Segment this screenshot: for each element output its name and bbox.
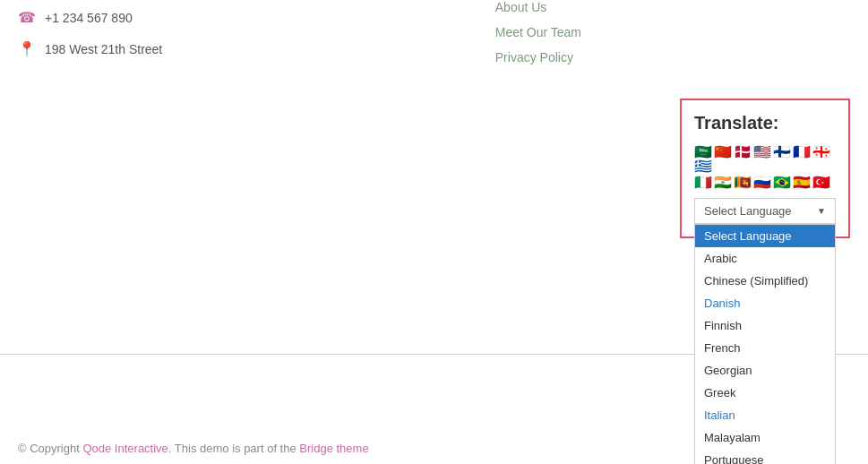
- dropdown-item-georgian[interactable]: Georgian: [695, 359, 835, 382]
- dropdown-item-italian[interactable]: Italian: [695, 404, 835, 426]
- flags-row-2: 🇮🇹 🇮🇳 🇱🇰 🇷🇺 🇧🇷 🇪🇸 🇹🇷: [694, 176, 836, 189]
- address-text: 198 West 21th Street: [45, 42, 162, 56]
- dropdown-item-select-language[interactable]: Select Language: [695, 225, 835, 247]
- dropdown-item-chinese[interactable]: Chinese (Simplified): [695, 270, 835, 292]
- flag-danish[interactable]: 🇩🇰: [734, 146, 752, 159]
- dropdown-item-portuguese[interactable]: Portuguese: [695, 449, 835, 464]
- flag-english[interactable]: 🇺🇸: [753, 146, 771, 159]
- phone-icon: ☎: [18, 9, 36, 26]
- right-nav: About Us Meet Our Team Privacy Policy: [495, 0, 581, 64]
- dropdown-item-french[interactable]: French: [695, 337, 835, 359]
- translate-widget: Translate: 🇸🇦 🇨🇳 🇩🇰 🇺🇸 🇫🇮 🇫🇷 🇬🇪 🇬🇷 🇮🇹 🇮🇳…: [680, 99, 850, 238]
- flag-georgian[interactable]: 🇬🇪: [812, 146, 830, 159]
- nav-privacy-policy[interactable]: Privacy Policy: [495, 50, 581, 64]
- flag-greek[interactable]: 🇬🇷: [694, 160, 712, 173]
- bridge-link[interactable]: Bridge theme: [299, 442, 368, 455]
- translate-title: Translate:: [694, 113, 836, 133]
- dropdown-item-danish[interactable]: Danish: [695, 292, 835, 314]
- left-column: ☎ +1 234 567 890 📍 198 West 21th Street: [0, 0, 430, 81]
- language-dropdown-list[interactable]: Select Language Arabic Chinese (Simplifi…: [694, 224, 836, 464]
- select-language-button[interactable]: Select Language ▼: [694, 198, 836, 224]
- flag-finnish[interactable]: 🇫🇮: [773, 146, 791, 159]
- flag-portuguese[interactable]: 🇧🇷: [773, 176, 791, 189]
- address-contact: 📍 198 West 21th Street: [18, 40, 412, 57]
- dropdown-item-greek[interactable]: Greek: [695, 382, 835, 404]
- flag-russian[interactable]: 🇷🇺: [753, 176, 771, 189]
- flag-spanish[interactable]: 🇪🇸: [793, 176, 811, 189]
- dropdown-item-finnish[interactable]: Finnish: [695, 314, 835, 337]
- page-wrapper: ☎ +1 234 567 890 📍 198 West 21th Street …: [0, 0, 868, 464]
- flag-turkish[interactable]: 🇹🇷: [812, 176, 830, 189]
- footer-copyright: © Copyright Qode Interactive. This demo …: [18, 442, 369, 455]
- middle-text: . This demo is part of the: [168, 442, 299, 455]
- select-language-wrapper: Select Language ▼ Select Language Arabic…: [694, 198, 836, 224]
- location-icon: 📍: [18, 40, 36, 57]
- flag-french[interactable]: 🇫🇷: [793, 146, 811, 159]
- dropdown-arrow-icon: ▼: [817, 206, 826, 216]
- dropdown-item-arabic[interactable]: Arabic: [695, 247, 835, 270]
- flag-italian[interactable]: 🇮🇹: [694, 176, 712, 189]
- nav-about-us[interactable]: About Us: [495, 0, 581, 14]
- dropdown-item-malayalam[interactable]: Malayalam: [695, 426, 835, 449]
- flag-malayalam[interactable]: 🇮🇳: [714, 176, 732, 189]
- select-language-label: Select Language: [704, 204, 792, 218]
- copyright-text: © Copyright: [18, 442, 82, 455]
- nav-meet-team[interactable]: Meet Our Team: [495, 25, 581, 39]
- qode-link[interactable]: Qode Interactive: [82, 442, 168, 455]
- phone-contact: ☎ +1 234 567 890: [18, 9, 412, 26]
- flags-row-1: 🇸🇦 🇨🇳 🇩🇰 🇺🇸 🇫🇮 🇫🇷 🇬🇪 🇬🇷: [694, 146, 836, 173]
- flag-arabic[interactable]: 🇸🇦: [694, 146, 712, 159]
- phone-number: +1 234 567 890: [45, 11, 133, 25]
- flag-chinese[interactable]: 🇨🇳: [714, 146, 732, 159]
- flag-sinhala[interactable]: 🇱🇰: [734, 176, 752, 189]
